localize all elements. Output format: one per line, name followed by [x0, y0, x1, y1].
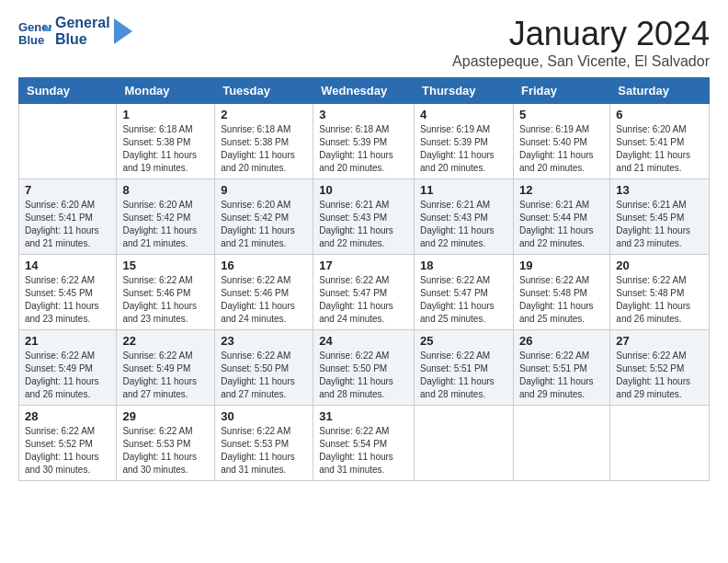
day-number: 4 [420, 108, 507, 121]
day-detail: Sunrise: 6:21 AM Sunset: 5:43 PM Dayligh… [319, 199, 408, 250]
calendar-cell: 2Sunrise: 6:18 AM Sunset: 5:38 PM Daylig… [215, 104, 313, 179]
day-number: 16 [221, 259, 307, 272]
calendar-cell [513, 406, 609, 481]
day-detail: Sunrise: 6:20 AM Sunset: 5:42 PM Dayligh… [221, 199, 307, 250]
calendar-cell: 22Sunrise: 6:22 AM Sunset: 5:49 PM Dayli… [117, 330, 215, 406]
month-title: January 2024 [452, 15, 710, 53]
day-number: 25 [420, 334, 507, 348]
day-detail: Sunrise: 6:22 AM Sunset: 5:48 PM Dayligh… [519, 274, 604, 326]
logo-blue: Blue [55, 31, 110, 48]
calendar-cell: 7Sunrise: 6:20 AM Sunset: 5:41 PM Daylig… [19, 179, 117, 255]
day-detail: Sunrise: 6:22 AM Sunset: 5:50 PM Dayligh… [221, 350, 307, 401]
calendar-body: 1Sunrise: 6:18 AM Sunset: 5:38 PM Daylig… [19, 104, 710, 481]
day-detail: Sunrise: 6:19 AM Sunset: 5:40 PM Dayligh… [519, 123, 604, 175]
calendar-cell: 10Sunrise: 6:21 AM Sunset: 5:43 PM Dayli… [313, 179, 415, 255]
day-detail: Sunrise: 6:19 AM Sunset: 5:39 PM Dayligh… [420, 123, 507, 175]
calendar-table: SundayMondayTuesdayWednesdayThursdayFrid… [18, 77, 710, 481]
day-number: 8 [122, 183, 209, 197]
day-detail: Sunrise: 6:22 AM Sunset: 5:46 PM Dayligh… [122, 274, 209, 326]
calendar-cell [415, 406, 514, 481]
weekday-header: Sunday [19, 78, 117, 104]
calendar-cell: 24Sunrise: 6:22 AM Sunset: 5:50 PM Dayli… [313, 330, 415, 406]
day-detail: Sunrise: 6:22 AM Sunset: 5:49 PM Dayligh… [25, 350, 110, 401]
day-number: 9 [221, 183, 307, 197]
day-number: 28 [25, 409, 110, 423]
calendar-cell: 4Sunrise: 6:19 AM Sunset: 5:39 PM Daylig… [415, 104, 514, 179]
calendar-cell: 3Sunrise: 6:18 AM Sunset: 5:39 PM Daylig… [313, 104, 415, 179]
day-number: 31 [319, 409, 408, 423]
day-number: 10 [319, 183, 408, 197]
calendar-cell: 19Sunrise: 6:22 AM Sunset: 5:48 PM Dayli… [513, 255, 609, 330]
day-detail: Sunrise: 6:21 AM Sunset: 5:45 PM Dayligh… [616, 199, 703, 250]
calendar-week-row: 14Sunrise: 6:22 AM Sunset: 5:45 PM Dayli… [19, 255, 710, 330]
calendar-cell: 29Sunrise: 6:22 AM Sunset: 5:53 PM Dayli… [117, 406, 215, 481]
logo-arrow-icon [114, 18, 132, 44]
day-detail: Sunrise: 6:22 AM Sunset: 5:49 PM Dayligh… [122, 350, 209, 401]
day-detail: Sunrise: 6:22 AM Sunset: 5:47 PM Dayligh… [319, 274, 408, 326]
location-subtitle: Apastepeque, San Vicente, El Salvador [452, 53, 710, 70]
calendar-cell: 28Sunrise: 6:22 AM Sunset: 5:52 PM Dayli… [19, 406, 117, 481]
day-number: 6 [616, 108, 703, 121]
day-number: 18 [420, 259, 507, 272]
day-detail: Sunrise: 6:20 AM Sunset: 5:41 PM Dayligh… [616, 123, 703, 175]
calendar-cell: 9Sunrise: 6:20 AM Sunset: 5:42 PM Daylig… [215, 179, 313, 255]
calendar-cell: 21Sunrise: 6:22 AM Sunset: 5:49 PM Dayli… [19, 330, 117, 406]
logo: General Blue General Blue [18, 15, 132, 48]
day-number: 26 [519, 334, 604, 348]
day-number: 1 [122, 108, 209, 121]
day-detail: Sunrise: 6:22 AM Sunset: 5:54 PM Dayligh… [319, 425, 408, 477]
day-detail: Sunrise: 6:21 AM Sunset: 5:43 PM Dayligh… [420, 199, 507, 250]
calendar-cell: 12Sunrise: 6:21 AM Sunset: 5:44 PM Dayli… [513, 179, 609, 255]
day-number: 7 [25, 183, 110, 197]
calendar-cell: 26Sunrise: 6:22 AM Sunset: 5:51 PM Dayli… [513, 330, 609, 406]
day-detail: Sunrise: 6:21 AM Sunset: 5:44 PM Dayligh… [519, 199, 604, 250]
calendar-cell: 1Sunrise: 6:18 AM Sunset: 5:38 PM Daylig… [117, 104, 215, 179]
day-number: 13 [616, 183, 703, 197]
day-number: 21 [25, 334, 110, 348]
logo-icon: General Blue [18, 15, 51, 48]
day-number: 14 [25, 259, 110, 272]
calendar-cell: 16Sunrise: 6:22 AM Sunset: 5:46 PM Dayli… [215, 255, 313, 330]
calendar-cell: 14Sunrise: 6:22 AM Sunset: 5:45 PM Dayli… [19, 255, 117, 330]
calendar-cell: 23Sunrise: 6:22 AM Sunset: 5:50 PM Dayli… [215, 330, 313, 406]
calendar-cell: 15Sunrise: 6:22 AM Sunset: 5:46 PM Dayli… [117, 255, 215, 330]
calendar-cell: 18Sunrise: 6:22 AM Sunset: 5:47 PM Dayli… [415, 255, 514, 330]
calendar-cell [610, 406, 710, 481]
day-detail: Sunrise: 6:22 AM Sunset: 5:50 PM Dayligh… [319, 350, 408, 401]
calendar-cell: 27Sunrise: 6:22 AM Sunset: 5:52 PM Dayli… [610, 330, 710, 406]
day-detail: Sunrise: 6:22 AM Sunset: 5:48 PM Dayligh… [616, 274, 703, 326]
day-number: 2 [221, 108, 307, 121]
day-detail: Sunrise: 6:20 AM Sunset: 5:41 PM Dayligh… [25, 199, 110, 250]
svg-text:Blue: Blue [18, 33, 44, 47]
day-number: 24 [319, 334, 408, 348]
day-detail: Sunrise: 6:22 AM Sunset: 5:51 PM Dayligh… [519, 350, 604, 401]
calendar-cell: 8Sunrise: 6:20 AM Sunset: 5:42 PM Daylig… [117, 179, 215, 255]
calendar-cell: 11Sunrise: 6:21 AM Sunset: 5:43 PM Dayli… [415, 179, 514, 255]
day-detail: Sunrise: 6:20 AM Sunset: 5:42 PM Dayligh… [122, 199, 209, 250]
day-number: 30 [221, 409, 307, 423]
title-block: January 2024 Apastepeque, San Vicente, E… [452, 15, 710, 70]
day-detail: Sunrise: 6:22 AM Sunset: 5:47 PM Dayligh… [420, 274, 507, 326]
calendar-week-row: 7Sunrise: 6:20 AM Sunset: 5:41 PM Daylig… [19, 179, 710, 255]
page-header: General Blue General Blue January 2024 A… [18, 15, 710, 70]
day-number: 29 [122, 409, 209, 423]
day-detail: Sunrise: 6:22 AM Sunset: 5:53 PM Dayligh… [221, 425, 307, 477]
day-number: 17 [319, 259, 408, 272]
logo-general: General [55, 15, 110, 31]
calendar-cell [19, 104, 117, 179]
day-detail: Sunrise: 6:22 AM Sunset: 5:45 PM Dayligh… [25, 274, 110, 326]
day-number: 12 [519, 183, 604, 197]
day-number: 22 [122, 334, 209, 348]
calendar-cell: 25Sunrise: 6:22 AM Sunset: 5:51 PM Dayli… [415, 330, 514, 406]
day-number: 15 [122, 259, 209, 272]
day-detail: Sunrise: 6:18 AM Sunset: 5:39 PM Dayligh… [319, 123, 408, 175]
day-detail: Sunrise: 6:22 AM Sunset: 5:52 PM Dayligh… [616, 350, 703, 401]
weekday-header: Tuesday [215, 78, 313, 104]
day-detail: Sunrise: 6:18 AM Sunset: 5:38 PM Dayligh… [221, 123, 307, 175]
calendar-cell: 20Sunrise: 6:22 AM Sunset: 5:48 PM Dayli… [610, 255, 710, 330]
calendar-week-row: 1Sunrise: 6:18 AM Sunset: 5:38 PM Daylig… [19, 104, 710, 179]
weekday-header: Saturday [610, 78, 710, 104]
day-number: 5 [519, 108, 604, 121]
day-detail: Sunrise: 6:22 AM Sunset: 5:53 PM Dayligh… [122, 425, 209, 477]
calendar-cell: 6Sunrise: 6:20 AM Sunset: 5:41 PM Daylig… [610, 104, 710, 179]
